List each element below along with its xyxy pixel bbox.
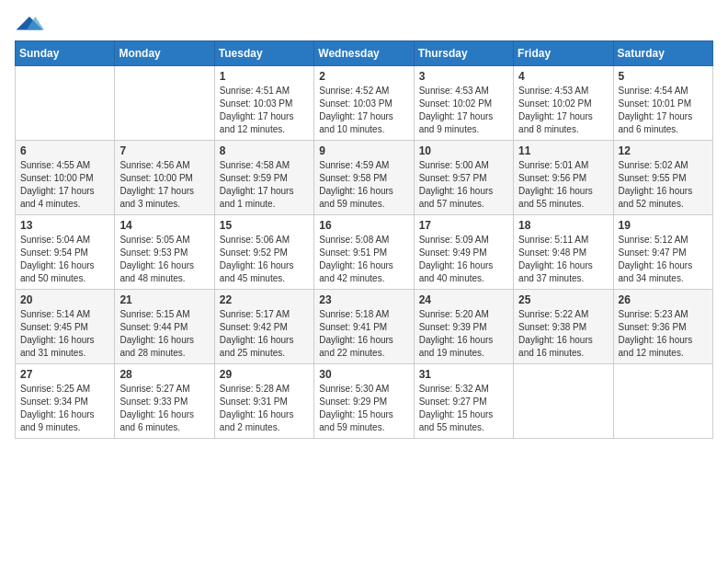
day-of-week-header: Friday xyxy=(514,41,613,66)
calendar-day-cell xyxy=(514,364,613,439)
calendar-table: SundayMondayTuesdayWednesdayThursdayFrid… xyxy=(15,40,713,439)
day-info: Sunrise: 5:08 AM Sunset: 9:51 PM Dayligh… xyxy=(319,234,408,285)
calendar-day-cell: 26Sunrise: 5:23 AM Sunset: 9:36 PM Dayli… xyxy=(613,290,712,364)
day-info: Sunrise: 4:53 AM Sunset: 10:02 PM Daylig… xyxy=(419,85,508,136)
day-number: 13 xyxy=(20,219,109,232)
day-number: 5 xyxy=(619,70,708,83)
calendar-week-row: 27Sunrise: 5:25 AM Sunset: 9:34 PM Dayli… xyxy=(16,364,713,439)
calendar-day-cell: 9Sunrise: 4:59 AM Sunset: 9:58 PM Daylig… xyxy=(314,141,414,215)
calendar-day-cell: 27Sunrise: 5:25 AM Sunset: 9:34 PM Dayli… xyxy=(16,364,115,439)
day-number: 30 xyxy=(319,368,408,381)
page-header xyxy=(15,15,713,33)
calendar-day-cell: 25Sunrise: 5:22 AM Sunset: 9:38 PM Dayli… xyxy=(514,290,613,364)
day-number: 11 xyxy=(518,144,608,157)
day-number: 20 xyxy=(20,293,109,306)
calendar-day-cell: 6Sunrise: 4:55 AM Sunset: 10:00 PM Dayli… xyxy=(16,141,115,215)
day-number: 15 xyxy=(220,219,309,232)
day-info: Sunrise: 5:12 AM Sunset: 9:47 PM Dayligh… xyxy=(619,234,708,285)
calendar-day-cell: 2Sunrise: 4:52 AM Sunset: 10:03 PM Dayli… xyxy=(314,66,414,141)
calendar-day-cell: 20Sunrise: 5:14 AM Sunset: 9:45 PM Dayli… xyxy=(16,290,115,364)
calendar-day-cell: 10Sunrise: 5:00 AM Sunset: 9:57 PM Dayli… xyxy=(414,141,513,215)
day-number: 1 xyxy=(220,70,309,83)
calendar-header-row: SundayMondayTuesdayWednesdayThursdayFrid… xyxy=(16,41,713,66)
day-info: Sunrise: 5:20 AM Sunset: 9:39 PM Dayligh… xyxy=(419,308,508,360)
day-number: 2 xyxy=(319,70,408,83)
calendar-day-cell: 23Sunrise: 5:18 AM Sunset: 9:41 PM Dayli… xyxy=(314,290,414,364)
calendar-day-cell: 22Sunrise: 5:17 AM Sunset: 9:42 PM Dayli… xyxy=(214,290,313,364)
calendar-day-cell: 8Sunrise: 4:58 AM Sunset: 9:59 PM Daylig… xyxy=(214,141,313,215)
day-number: 19 xyxy=(619,219,708,232)
day-info: Sunrise: 5:23 AM Sunset: 9:36 PM Dayligh… xyxy=(619,308,708,360)
day-number: 27 xyxy=(20,368,109,381)
day-number: 10 xyxy=(419,144,508,157)
calendar-week-row: 6Sunrise: 4:55 AM Sunset: 10:00 PM Dayli… xyxy=(16,141,713,215)
day-number: 9 xyxy=(319,144,408,157)
calendar-day-cell: 5Sunrise: 4:54 AM Sunset: 10:01 PM Dayli… xyxy=(613,66,712,141)
calendar-day-cell: 13Sunrise: 5:04 AM Sunset: 9:54 PM Dayli… xyxy=(16,215,115,290)
calendar-week-row: 20Sunrise: 5:14 AM Sunset: 9:45 PM Dayli… xyxy=(16,290,713,364)
day-number: 18 xyxy=(518,219,608,232)
day-info: Sunrise: 5:06 AM Sunset: 9:52 PM Dayligh… xyxy=(220,234,309,285)
calendar-day-cell: 7Sunrise: 4:56 AM Sunset: 10:00 PM Dayli… xyxy=(115,141,214,215)
day-info: Sunrise: 4:59 AM Sunset: 9:58 PM Dayligh… xyxy=(319,159,408,211)
day-number: 17 xyxy=(419,219,508,232)
day-number: 6 xyxy=(20,144,109,157)
calendar-day-cell: 31Sunrise: 5:32 AM Sunset: 9:27 PM Dayli… xyxy=(414,364,513,439)
day-info: Sunrise: 5:02 AM Sunset: 9:55 PM Dayligh… xyxy=(619,159,708,211)
calendar-day-cell: 4Sunrise: 4:53 AM Sunset: 10:02 PM Dayli… xyxy=(514,66,613,141)
day-info: Sunrise: 5:09 AM Sunset: 9:49 PM Dayligh… xyxy=(419,234,508,285)
day-info: Sunrise: 5:14 AM Sunset: 9:45 PM Dayligh… xyxy=(20,308,109,360)
calendar-week-row: 1Sunrise: 4:51 AM Sunset: 10:03 PM Dayli… xyxy=(16,66,713,141)
day-of-week-header: Sunday xyxy=(16,41,115,66)
calendar-day-cell: 12Sunrise: 5:02 AM Sunset: 9:55 PM Dayli… xyxy=(613,141,712,215)
day-info: Sunrise: 5:30 AM Sunset: 9:29 PM Dayligh… xyxy=(319,383,408,434)
calendar-day-cell: 28Sunrise: 5:27 AM Sunset: 9:33 PM Dayli… xyxy=(115,364,214,439)
calendar-day-cell: 16Sunrise: 5:08 AM Sunset: 9:51 PM Dayli… xyxy=(314,215,414,290)
day-info: Sunrise: 5:01 AM Sunset: 9:56 PM Dayligh… xyxy=(518,159,608,211)
logo xyxy=(15,15,46,33)
calendar-day-cell xyxy=(16,66,115,141)
day-info: Sunrise: 4:56 AM Sunset: 10:00 PM Daylig… xyxy=(119,159,209,211)
logo-icon xyxy=(15,15,44,33)
calendar-day-cell xyxy=(613,364,712,439)
day-info: Sunrise: 4:51 AM Sunset: 10:03 PM Daylig… xyxy=(220,85,309,136)
calendar-day-cell: 15Sunrise: 5:06 AM Sunset: 9:52 PM Dayli… xyxy=(214,215,313,290)
calendar-day-cell: 30Sunrise: 5:30 AM Sunset: 9:29 PM Dayli… xyxy=(314,364,414,439)
day-info: Sunrise: 5:00 AM Sunset: 9:57 PM Dayligh… xyxy=(419,159,508,211)
day-info: Sunrise: 4:52 AM Sunset: 10:03 PM Daylig… xyxy=(319,85,408,136)
day-number: 26 xyxy=(619,293,708,306)
day-info: Sunrise: 5:18 AM Sunset: 9:41 PM Dayligh… xyxy=(319,308,408,360)
day-of-week-header: Tuesday xyxy=(214,41,313,66)
calendar-day-cell xyxy=(115,66,214,141)
day-number: 31 xyxy=(419,368,508,381)
day-info: Sunrise: 4:58 AM Sunset: 9:59 PM Dayligh… xyxy=(220,159,309,211)
day-number: 23 xyxy=(319,293,408,306)
day-number: 14 xyxy=(119,219,209,232)
calendar-day-cell: 14Sunrise: 5:05 AM Sunset: 9:53 PM Dayli… xyxy=(115,215,214,290)
day-of-week-header: Saturday xyxy=(613,41,712,66)
calendar-day-cell: 11Sunrise: 5:01 AM Sunset: 9:56 PM Dayli… xyxy=(514,141,613,215)
day-info: Sunrise: 5:32 AM Sunset: 9:27 PM Dayligh… xyxy=(419,383,508,434)
calendar-day-cell: 17Sunrise: 5:09 AM Sunset: 9:49 PM Dayli… xyxy=(414,215,513,290)
day-of-week-header: Thursday xyxy=(414,41,513,66)
day-info: Sunrise: 4:55 AM Sunset: 10:00 PM Daylig… xyxy=(20,159,109,211)
day-number: 29 xyxy=(220,368,309,381)
day-info: Sunrise: 5:28 AM Sunset: 9:31 PM Dayligh… xyxy=(220,383,309,434)
day-info: Sunrise: 4:53 AM Sunset: 10:02 PM Daylig… xyxy=(518,85,608,136)
day-number: 4 xyxy=(518,70,608,83)
day-number: 25 xyxy=(518,293,608,306)
calendar-day-cell: 21Sunrise: 5:15 AM Sunset: 9:44 PM Dayli… xyxy=(115,290,214,364)
calendar-day-cell: 3Sunrise: 4:53 AM Sunset: 10:02 PM Dayli… xyxy=(414,66,513,141)
day-info: Sunrise: 5:11 AM Sunset: 9:48 PM Dayligh… xyxy=(518,234,608,285)
day-number: 7 xyxy=(119,144,209,157)
day-info: Sunrise: 5:22 AM Sunset: 9:38 PM Dayligh… xyxy=(518,308,608,360)
day-info: Sunrise: 5:27 AM Sunset: 9:33 PM Dayligh… xyxy=(119,383,209,434)
day-info: Sunrise: 5:04 AM Sunset: 9:54 PM Dayligh… xyxy=(20,234,109,285)
day-of-week-header: Wednesday xyxy=(314,41,414,66)
day-info: Sunrise: 5:05 AM Sunset: 9:53 PM Dayligh… xyxy=(119,234,209,285)
day-number: 3 xyxy=(419,70,508,83)
day-number: 24 xyxy=(419,293,508,306)
day-number: 28 xyxy=(119,368,209,381)
day-number: 22 xyxy=(220,293,309,306)
calendar-day-cell: 29Sunrise: 5:28 AM Sunset: 9:31 PM Dayli… xyxy=(214,364,313,439)
